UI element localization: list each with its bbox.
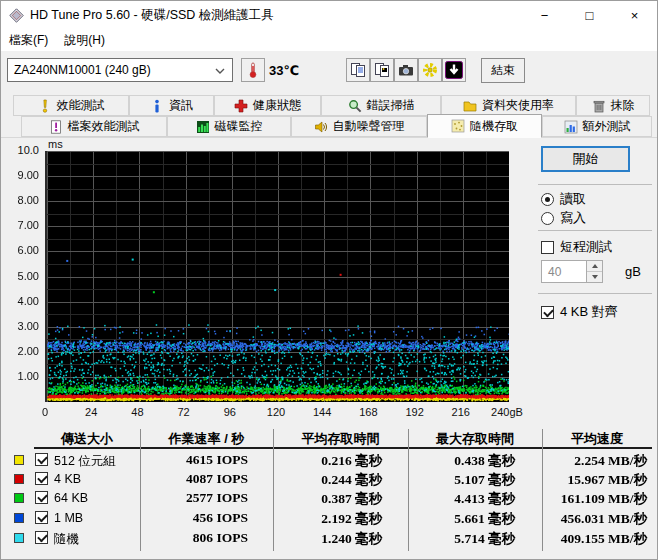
align-checkbox[interactable]: 4 KB 對齊 (541, 303, 618, 321)
tab-strip: 效能測試 資訊 健康狀態 錯誤掃描 資料夾使用率 抹除 (1, 95, 657, 138)
y-tick-label: 9.00 (1, 169, 39, 181)
radio-icon (541, 212, 554, 225)
random-access-chart (45, 151, 509, 402)
y-tick-label: 3.00 (1, 320, 39, 332)
avg-speed-value: 161.109 MB/秒 (561, 490, 647, 508)
tab-label: 資訊 (169, 97, 193, 114)
avg-time-value: 0.216 毫秒 (321, 452, 382, 470)
tab-label: 檔案效能測試 (68, 118, 140, 135)
align-label: 4 KB 對齊 (560, 303, 618, 321)
copy-image-button[interactable] (370, 58, 394, 82)
tab-label: 隨機存取 (470, 118, 518, 135)
series-checkbox[interactable] (35, 472, 48, 485)
temperature-value: 33℃ (269, 63, 299, 78)
trash-icon (592, 99, 606, 113)
avg-speed-value: 456.031 MB/秒 (561, 510, 647, 528)
tab-label: 自動噪聲管理 (333, 118, 405, 135)
start-button[interactable]: 開始 (541, 146, 630, 172)
maximize-button[interactable]: □ (567, 1, 612, 29)
max-time-value: 5.661 毫秒 (454, 510, 515, 528)
table-row: 512 位元組 4615 IOPS 0.216 毫秒 0.438 毫秒 2.25… (1, 452, 658, 469)
tab-benchmark[interactable]: 效能測試 (13, 95, 129, 116)
table-row: 64 KB 2577 IOPS 0.387 毫秒 4.413 毫秒 161.10… (1, 490, 658, 507)
extra-tests-icon (564, 120, 578, 134)
temperature-button[interactable] (241, 58, 265, 82)
toolbar: ZA240NM10001 (240 gB) 33℃ (1, 51, 657, 93)
gear-icon (422, 62, 438, 78)
test-size-spinner[interactable]: 40 (541, 260, 603, 283)
short-test-label: 短程測試 (560, 238, 612, 256)
tab-aam[interactable]: 自動噪聲管理 (291, 116, 427, 137)
series-checkbox[interactable] (35, 531, 48, 544)
max-time-value: 5.107 毫秒 (454, 471, 515, 489)
drive-select[interactable]: ZA240NM10001 (240 gB) (7, 58, 233, 82)
tab-health[interactable]: 健康狀態 (214, 95, 321, 116)
x-tick-label: 240gB (487, 406, 527, 418)
iops-value: 456 IOPS (193, 510, 248, 526)
minimize-button[interactable]: − (522, 1, 567, 29)
y-tick-label: 5.00 (1, 270, 39, 282)
read-radio[interactable]: 讀取 (541, 190, 586, 208)
tab-info[interactable]: 資訊 (129, 95, 214, 116)
tab-folder-usage[interactable]: 資料夾使用率 (441, 95, 576, 116)
magnifier-icon (348, 99, 362, 113)
transfer-size-label: 隨機 (54, 531, 79, 548)
download-arrow-icon (445, 61, 463, 79)
y-tick-label: 2.00 (1, 345, 39, 357)
test-size-value: 40 (548, 265, 561, 279)
avg-time-value: 2.192 毫秒 (321, 510, 382, 528)
app-icon (9, 8, 24, 23)
series-checkbox[interactable] (35, 453, 48, 466)
spinner-up-button[interactable] (587, 261, 602, 272)
tab-extra-tests[interactable]: 額外測試 (542, 116, 652, 137)
screenshot-button[interactable] (394, 58, 418, 82)
tab-label: 效能測試 (57, 97, 105, 114)
y-tick-label: 1.00 (1, 370, 39, 382)
col-header-avg-time: 平均存取時間 (273, 430, 408, 448)
menu-help[interactable]: 說明(H) (56, 30, 113, 51)
tab-label: 健康狀態 (253, 97, 301, 114)
avg-time-value: 0.387 毫秒 (321, 490, 382, 508)
y-tick-label: 10.0 (1, 144, 39, 156)
transfer-size-label: 4 KB (54, 472, 81, 486)
avg-speed-value: 409.155 MB/秒 (561, 530, 647, 548)
col-header-avg-speed: 平均速度 (542, 430, 652, 448)
series-checkbox[interactable] (35, 491, 48, 504)
exit-button[interactable]: 結束 (481, 58, 525, 83)
tab-label: 資料夾使用率 (482, 97, 554, 114)
read-label: 讀取 (560, 190, 586, 208)
copy-image-icon (374, 62, 390, 78)
test-size-unit: gB (625, 264, 641, 279)
tab-erase[interactable]: 抹除 (576, 95, 650, 116)
write-radio[interactable]: 寫入 (541, 209, 586, 227)
hd-tune-window: HD Tune Pro 5.60 - 硬碟/SSD 檢測維護工具 − □ × 檔… (0, 0, 658, 560)
window-title: HD Tune Pro 5.60 - 硬碟/SSD 檢測維護工具 (30, 7, 274, 24)
y-tick-label: 4.00 (1, 295, 39, 307)
x-tick-label: 168 (348, 406, 388, 418)
download-button[interactable] (442, 58, 466, 82)
menu-bar: 檔案(F) 說明(H) (1, 29, 657, 51)
options-button[interactable] (418, 58, 442, 82)
avg-time-value: 0.244 毫秒 (321, 471, 382, 489)
tab-file-benchmark[interactable]: 檔案效能測試 (21, 116, 167, 137)
tab-error-scan[interactable]: 錯誤掃描 (321, 95, 441, 116)
series-color-swatch (14, 513, 24, 523)
tab-label: 抹除 (611, 97, 635, 114)
short-test-checkbox[interactable]: 短程測試 (541, 238, 612, 256)
x-tick-label: 72 (164, 406, 204, 418)
close-button[interactable]: × (612, 1, 657, 29)
tab-disk-monitor[interactable]: 磁碟監控 (167, 116, 291, 137)
copy-text-button[interactable] (346, 58, 370, 82)
y-axis-unit: ms (48, 138, 63, 150)
series-checkbox[interactable] (35, 511, 48, 524)
spinner-down-button[interactable] (587, 272, 602, 283)
tab-random-access[interactable]: 隨機存取 (427, 114, 542, 138)
checkbox-icon (541, 306, 554, 319)
series-color-swatch (14, 533, 24, 543)
avg-speed-value: 2.254 MB/秒 (574, 452, 647, 470)
max-time-value: 4.413 毫秒 (454, 490, 515, 508)
y-tick-label: 8.00 (1, 194, 39, 206)
table-row: 1 MB 456 IOPS 2.192 毫秒 5.661 毫秒 456.031 … (1, 510, 658, 527)
menu-file[interactable]: 檔案(F) (1, 30, 56, 51)
tab-label: 額外測試 (583, 118, 631, 135)
